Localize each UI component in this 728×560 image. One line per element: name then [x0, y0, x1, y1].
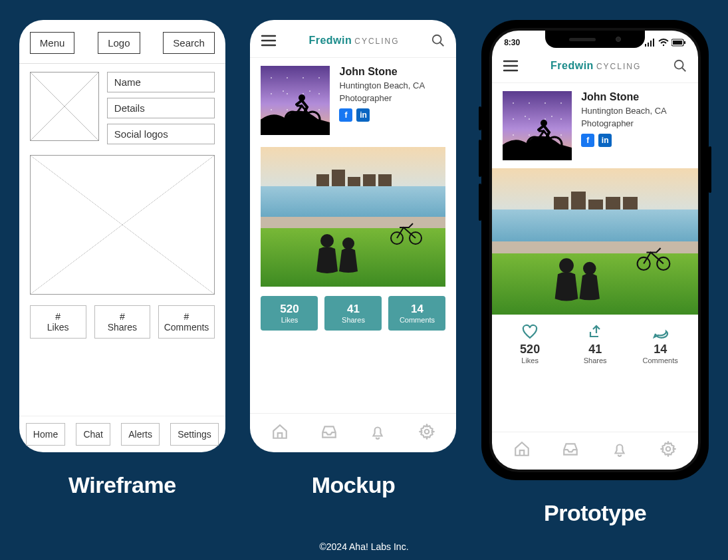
battery-icon [671, 39, 686, 47]
brand-logo[interactable]: FredwinCYCLING [550, 60, 641, 72]
likes-stat[interactable]: 520 Likes [497, 324, 562, 364]
post-photo[interactable] [492, 168, 698, 315]
shares-stat[interactable]: 41 Shares [324, 296, 382, 331]
profile-location: Huntington Beach, CA [339, 80, 425, 90]
profile-name: John Stone [339, 66, 425, 78]
likes-label: Likes [497, 356, 562, 364]
search-button[interactable]: Search [163, 32, 215, 54]
divider [19, 63, 225, 64]
device-side-button [479, 106, 481, 130]
likes-stat[interactable]: # Likes [30, 305, 86, 339]
gear-icon[interactable] [660, 440, 677, 458]
nav-settings[interactable]: Settings [170, 423, 219, 446]
likes-stat[interactable]: 520 Likes [261, 296, 318, 331]
device-notch [545, 31, 645, 48]
post-photo[interactable] [261, 147, 445, 287]
bell-icon[interactable] [369, 423, 386, 440]
brand-part2: CYCLING [596, 62, 641, 71]
device-side-button [479, 140, 481, 177]
prototype-screen: 8:30 [492, 31, 698, 470]
profile-role: Photographer [339, 93, 425, 103]
comments-stat[interactable]: 14 Comments [628, 324, 693, 364]
comments-stat[interactable]: 14 Comments [388, 296, 445, 331]
search-icon[interactable] [431, 33, 445, 48]
menu-button[interactable]: Menu [30, 32, 75, 54]
logo-button[interactable]: Logo [98, 32, 140, 54]
likes-value: 520 [497, 343, 562, 356]
svg-point-10 [320, 234, 334, 247]
device-side-button [479, 184, 481, 221]
svg-point-32 [583, 262, 596, 275]
shares-value: 41 [562, 343, 628, 356]
brand-part2: CYCLING [354, 37, 399, 46]
svg-point-33 [666, 447, 671, 452]
facebook-icon[interactable]: f [339, 108, 352, 122]
svg-line-25 [682, 68, 686, 72]
home-icon[interactable] [271, 423, 289, 440]
avatar[interactable] [503, 91, 572, 160]
menu-icon[interactable] [261, 34, 277, 47]
svg-point-31 [559, 258, 574, 273]
svg-rect-15 [650, 41, 652, 47]
inbox-icon[interactable] [562, 440, 579, 458]
svg-line-4 [440, 43, 444, 47]
profile-location: Huntington Beach, CA [581, 106, 667, 116]
comments-stat[interactable]: # Comments [158, 305, 215, 339]
shares-stat[interactable]: # Shares [94, 305, 151, 339]
linkedin-icon[interactable]: in [598, 134, 612, 147]
svg-point-11 [342, 237, 354, 249]
shares-symbol: # [98, 311, 148, 322]
nav-alerts[interactable]: Alerts [121, 423, 160, 446]
brand-part1: Fredwin [308, 35, 352, 46]
comments-label: Comments [391, 316, 443, 324]
svg-point-24 [675, 61, 683, 69]
divider [250, 57, 456, 58]
prototype-caption: Prototype [544, 500, 646, 526]
wireframe-caption: Wireframe [68, 472, 176, 498]
nav-home[interactable]: Home [26, 423, 65, 446]
brand-part1: Fredwin [550, 60, 594, 71]
avatar-placeholder [30, 72, 99, 141]
bell-icon[interactable] [611, 440, 628, 458]
linkedin-icon[interactable]: in [356, 108, 370, 122]
signal-icon [645, 39, 656, 47]
facebook-icon[interactable]: f [581, 134, 594, 147]
inbox-icon[interactable] [320, 423, 338, 440]
divider [492, 82, 698, 83]
svg-point-3 [433, 35, 441, 44]
comments-label: Comments [628, 356, 693, 364]
social-logos-field[interactable]: Social logos [107, 124, 215, 144]
likes-label: Likes [33, 322, 83, 333]
likes-label: Likes [263, 316, 315, 324]
gear-icon[interactable] [418, 423, 435, 440]
mockup-screen: FredwinCYCLING [250, 20, 456, 452]
footer-copyright: ©2024 Aha! Labs Inc. [0, 541, 728, 552]
home-icon[interactable] [513, 440, 531, 458]
comments-label: Comments [162, 322, 211, 333]
svg-rect-19 [673, 41, 682, 45]
nav-chat[interactable]: Chat [76, 423, 110, 446]
svg-point-12 [424, 430, 429, 434]
brand-logo[interactable]: FredwinCYCLING [308, 35, 399, 47]
comments-value: 14 [391, 303, 443, 316]
shares-stat[interactable]: 41 Shares [562, 324, 628, 364]
shares-label: Shares [98, 322, 148, 333]
profile-role: Photographer [581, 118, 667, 128]
avatar[interactable] [261, 66, 330, 135]
search-icon[interactable] [673, 59, 687, 73]
details-field[interactable]: Details [107, 98, 215, 118]
comments-symbol: # [162, 311, 211, 322]
comments-value: 14 [628, 343, 693, 356]
wifi-icon [658, 39, 669, 47]
svg-rect-20 [684, 41, 685, 44]
mockup-caption: Mockup [312, 472, 395, 498]
device-frame: 8:30 [481, 20, 709, 480]
svg-point-17 [663, 45, 664, 46]
device-side-button [709, 146, 711, 193]
name-field[interactable]: Name [107, 72, 215, 92]
profile-name: John Stone [581, 91, 667, 103]
svg-rect-13 [645, 44, 646, 47]
shares-value: 41 [327, 303, 379, 316]
status-time: 8:30 [504, 38, 520, 47]
menu-icon[interactable] [503, 59, 519, 72]
